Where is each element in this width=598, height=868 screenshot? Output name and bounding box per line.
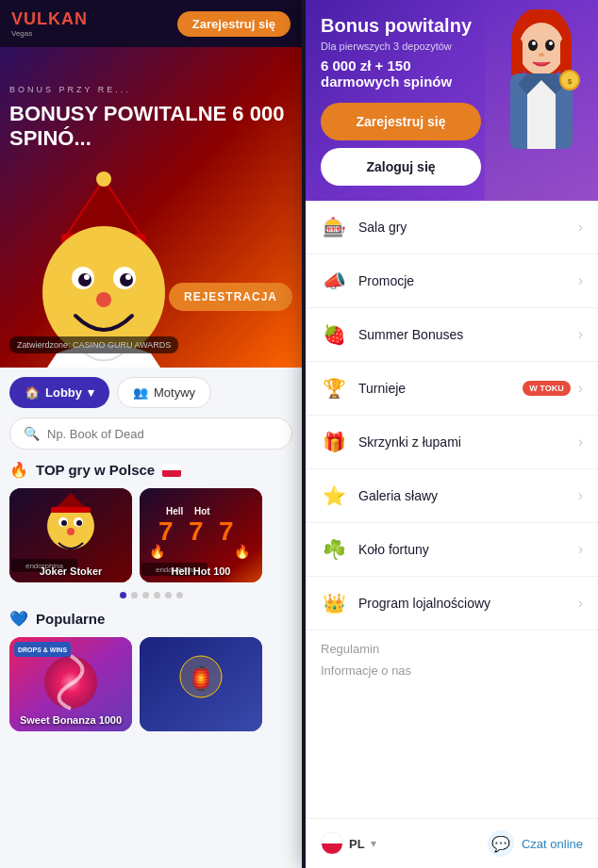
summer-bonuses-icon: 🍓 xyxy=(321,321,347,348)
menu-item-sala-gry[interactable]: 🎰 Sala gry › xyxy=(306,201,598,254)
bonus-content: Bonus powitalny Dla pierwszych 3 depozyt… xyxy=(321,15,486,186)
heart-icon: 💙 xyxy=(9,610,28,628)
svg-point-45 xyxy=(532,41,536,45)
chevron-right-icon-3: › xyxy=(578,326,583,343)
menu-item-summer-bonuses[interactable]: 🍓 Summer Bonuses › xyxy=(306,308,598,362)
casino-header: VULKAN Vegas Zarejestruj się xyxy=(0,0,302,47)
hero-banner: BONUS PRZY RE... BONUSY POWITALNE 6 000 … xyxy=(0,47,302,368)
hero-text: BONUS PRZY RE... BONUSY POWITALNE 6 000 … xyxy=(9,85,292,152)
svg-text:Hell: Hell xyxy=(166,506,184,516)
game-card-joker-stoker[interactable]: endorphina Joker Stoker xyxy=(9,488,132,582)
bonus-amount: 6 000 zł + 150 darmowych spinów xyxy=(321,57,486,90)
dot-2[interactable] xyxy=(131,592,138,598)
language-code: PL xyxy=(349,837,365,851)
svg-point-46 xyxy=(549,41,553,45)
svg-text:🔥: 🔥 xyxy=(234,544,251,560)
svg-point-16 xyxy=(76,520,82,526)
svg-text:🔥: 🔥 xyxy=(149,544,166,560)
bonus-subtitle: Dla pierwszych 3 depozytów xyxy=(321,41,486,52)
casino-background: VULKAN Vegas Zarejestruj się BONUS PRZY … xyxy=(0,0,302,868)
dot-1[interactable] xyxy=(120,592,126,598)
svg-text:Hot: Hot xyxy=(194,506,210,516)
chevron-right-icon-7: › xyxy=(578,541,583,558)
chevron-right-icon-6: › xyxy=(578,487,583,504)
menu-item-program[interactable]: 👑 Program lojalnościowy › xyxy=(306,577,598,631)
chat-button[interactable]: 💬 Czat online xyxy=(488,830,583,857)
svg-text:DROPS & WINS: DROPS & WINS xyxy=(18,647,67,653)
search-bar: 🔍 xyxy=(9,418,292,450)
menu-item-galeria[interactable]: ⭐ Galeria sławy › xyxy=(306,469,598,523)
header-register-button[interactable]: Zarejestruj się xyxy=(177,11,291,37)
footer-links: Regulamin Informacje o nas xyxy=(306,631,598,693)
dot-5[interactable] xyxy=(165,592,172,598)
skrzynki-icon: 🎁 xyxy=(321,429,347,455)
menu-overlay: $ Bonus powitalny Dla pierwszych 3 depoz… xyxy=(306,0,598,868)
logo-sub: Vegas xyxy=(11,29,88,38)
top-games-title: TOP gry w Polsce xyxy=(36,462,155,478)
hero-bonus-label: BONUS PRZY RE... xyxy=(9,85,292,94)
hero-register-button[interactable]: REJESTRACJA xyxy=(169,283,292,311)
galeria-label: Galeria sławy xyxy=(358,488,578,503)
chevron-right-icon-5: › xyxy=(578,434,583,450)
svg-point-43 xyxy=(528,40,538,51)
skrzynki-label: Skrzynki z łupami xyxy=(358,434,578,450)
bottom-bar: PL ▾ 💬 Czat online xyxy=(306,818,598,868)
turnieje-badge: W TOKU xyxy=(523,381,570,396)
game-title-bonanza: Sweet Bonanza 1000 xyxy=(9,714,132,726)
informacje-link[interactable]: Informacje o nas xyxy=(321,663,583,678)
bonus-banner: $ Bonus powitalny Dla pierwszych 3 depoz… xyxy=(306,0,598,201)
filter-bar: 🏠 Lobby ▾ 👥 Motywy xyxy=(9,377,292,408)
promocje-label: Promocje xyxy=(358,273,578,288)
program-icon: 👑 xyxy=(321,590,347,616)
regulamin-link[interactable]: Regulamin xyxy=(321,642,583,656)
lobby-chevron-icon: ▾ xyxy=(88,385,94,400)
fire-icon: 🔥 xyxy=(9,461,28,479)
game-card-hell-hot[interactable]: 7 7 7 Hell Hot 🔥 🔥 endorphina Hell Hot 1… xyxy=(140,488,262,582)
popular-title: Popularne xyxy=(36,611,105,627)
poland-flag xyxy=(162,464,181,477)
motywy-button[interactable]: 👥 Motywy xyxy=(117,377,211,408)
promocje-icon: 📣 xyxy=(321,268,347,294)
language-selector[interactable]: PL ▾ xyxy=(321,832,376,855)
svg-rect-19 xyxy=(51,507,91,513)
turnieje-icon: 🏆 xyxy=(321,375,347,401)
menu-item-kolo[interactable]: ☘️ Koło fortuny › xyxy=(306,523,598,577)
game-card-unknown[interactable]: 🏮 xyxy=(140,637,262,731)
svg-text:$: $ xyxy=(568,77,573,86)
dot-6[interactable] xyxy=(176,592,183,598)
sala-gry-label: Sala gry xyxy=(358,220,578,235)
casino-guru-badge: Zatwierdzone: CASINO GURU AWARDS xyxy=(9,336,178,353)
chevron-right-icon-8: › xyxy=(578,595,583,612)
search-input[interactable] xyxy=(47,427,278,441)
turnieje-label: Turnieje xyxy=(358,381,523,396)
svg-point-7 xyxy=(84,274,90,280)
menu-register-button[interactable]: Zarejestruj się xyxy=(321,103,481,140)
lobby-button[interactable]: 🏠 Lobby ▾ xyxy=(9,377,109,408)
bonus-title: Bonus powitalny xyxy=(321,15,486,37)
svg-text:7: 7 xyxy=(189,516,204,546)
dot-4[interactable] xyxy=(154,592,160,598)
menu-items-list: 🎰 Sala gry › 📣 Promocje › 🍓 Summer Bonus… xyxy=(306,201,598,818)
popular-section: 💙 Popularne xyxy=(9,610,292,731)
svg-point-44 xyxy=(545,40,555,51)
dot-3[interactable] xyxy=(142,592,149,598)
svg-text:7: 7 xyxy=(219,516,234,546)
motywy-icon: 👥 xyxy=(133,385,148,400)
menu-item-turnieje[interactable]: 🏆 Turnieje W TOKU › xyxy=(306,362,598,416)
summer-bonuses-label: Summer Bonuses xyxy=(358,327,578,342)
game-card-sweet-bonanza[interactable]: DROPS & WINS Sweet Bonanza 1000 xyxy=(9,637,132,731)
chevron-right-icon-4: › xyxy=(578,380,583,397)
svg-point-9 xyxy=(96,292,111,307)
chevron-right-icon-2: › xyxy=(578,272,583,289)
popular-games-row: DROPS & WINS Sweet Bonanza 1000 xyxy=(9,637,292,731)
chat-icon: 💬 xyxy=(488,830,514,857)
chevron-right-icon: › xyxy=(578,219,583,236)
menu-item-skrzynki[interactable]: 🎁 Skrzynki z łupami › xyxy=(306,416,598,469)
svg-text:🏮: 🏮 xyxy=(187,664,215,692)
menu-login-button[interactable]: Zaloguj się xyxy=(321,148,481,186)
lobby-icon: 🏠 xyxy=(25,385,40,400)
motywy-label: Motywy xyxy=(154,385,195,400)
chat-label: Czat online xyxy=(522,837,583,851)
menu-item-promocje[interactable]: 📣 Promocje › xyxy=(306,254,598,308)
top-games-row: endorphina Joker Stoker 7 xyxy=(9,488,292,582)
